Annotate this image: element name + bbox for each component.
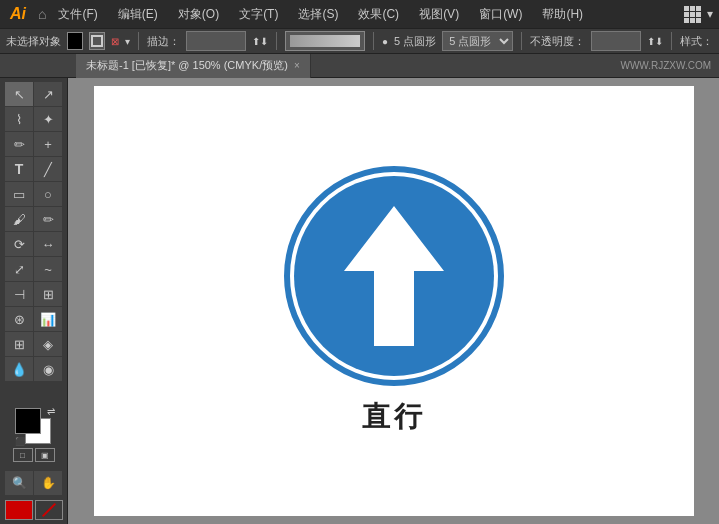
transform-icon: ⊠ — [111, 36, 119, 47]
stroke-label: 描边： — [147, 34, 180, 49]
ellipse-tool[interactable]: ○ — [34, 182, 62, 206]
magic-wand-tool[interactable]: ✦ — [34, 107, 62, 131]
rectangle-tool[interactable]: ▭ — [5, 182, 33, 206]
canvas-area: 直行 — [68, 78, 719, 524]
tool-group-mesh: ⊞ ◈ — [2, 332, 65, 356]
stroke-arrows[interactable]: ⬆⬇ — [252, 36, 268, 47]
reset-colors-icon[interactable]: ⬛ — [15, 437, 25, 446]
blend-tool[interactable]: ◉ — [34, 357, 62, 381]
sign-circle — [294, 176, 494, 376]
type-tool[interactable]: T — [5, 157, 33, 181]
none-swatch[interactable] — [35, 500, 63, 520]
separator5 — [671, 32, 672, 50]
svg-marker-0 — [344, 206, 444, 346]
rotate-tool[interactable]: ⟳ — [5, 232, 33, 256]
tool-group-zoom: 🔍 ✋ — [2, 471, 65, 495]
watermark: WWW.RJZXW.COM — [620, 60, 719, 71]
brush-select[interactable]: 5 点圆形 — [442, 31, 513, 51]
sign-arrow-svg — [329, 201, 459, 351]
foreground-color-swatch[interactable] — [15, 408, 41, 434]
document-tab[interactable]: 未标题-1 [已恢复]* @ 150% (CMYK/预览) × — [76, 54, 311, 78]
tab-title: 未标题-1 [已恢复]* @ 150% (CMYK/预览) — [86, 58, 288, 73]
no-selection-label: 未选择对象 — [6, 34, 61, 49]
menu-window[interactable]: 窗口(W) — [475, 4, 526, 25]
mode-icons: □ ▣ — [13, 448, 55, 462]
bullet-icon: ● — [382, 36, 388, 47]
menu-edit[interactable]: 编辑(E) — [114, 4, 162, 25]
tool-group-scale: ⤢ ~ — [2, 257, 65, 281]
swap-colors-icon[interactable]: ⇌ — [47, 406, 55, 417]
tool-group-width: ⊣ ⊞ — [2, 282, 65, 306]
free-transform-tool[interactable]: ⊞ — [34, 282, 62, 306]
tool-group-eyedropper: 💧 ◉ — [2, 357, 65, 381]
extra-color-icons — [5, 500, 63, 520]
stroke-input[interactable] — [186, 31, 246, 51]
add-anchor-tool[interactable]: + — [34, 132, 62, 156]
separator — [138, 32, 139, 50]
tool-group-transform: ⟳ ↔ — [2, 232, 65, 256]
red-swatch[interactable] — [5, 500, 33, 520]
paintbrush-tool[interactable]: 🖌 — [5, 207, 33, 231]
reflect-tool[interactable]: ↔ — [34, 232, 62, 256]
line-tool[interactable]: ╱ — [34, 157, 62, 181]
menu-help[interactable]: 帮助(H) — [538, 4, 587, 25]
menu-object[interactable]: 对象(O) — [174, 4, 223, 25]
chevron-icon[interactable]: ▾ — [125, 36, 130, 47]
eyedropper-tool[interactable]: 💧 — [5, 357, 33, 381]
select-tool[interactable]: ↖ — [5, 82, 33, 106]
mesh-tool[interactable]: ⊞ — [5, 332, 33, 356]
menu-type[interactable]: 文字(T) — [235, 4, 282, 25]
column-graph-tool[interactable]: 📊 — [34, 307, 62, 331]
hand-tool[interactable]: ✋ — [34, 471, 62, 495]
menu-file[interactable]: 文件(F) — [54, 4, 101, 25]
main-layout: ↖ ↗ ⌇ ✦ ✏ + T ╱ ▭ ○ 🖌 ✏ ⟳ ↔ ⤢ ~ — [0, 78, 719, 524]
home-icon[interactable]: ⌂ — [38, 6, 46, 22]
color-area: ⇌ ⬛ □ ▣ — [13, 408, 55, 466]
gradient-tool[interactable]: ◈ — [34, 332, 62, 356]
color-swatches: ⇌ ⬛ — [15, 408, 53, 446]
separator4 — [521, 32, 522, 50]
width-tool[interactable]: ⊣ — [5, 282, 33, 306]
pencil-tool[interactable]: ✏ — [34, 207, 62, 231]
tab-close-button[interactable]: × — [294, 60, 300, 71]
fill-swatch[interactable] — [67, 32, 83, 50]
tool-group-select: ↖ ↗ — [2, 82, 65, 106]
tool-group-shape: ⌇ ✦ — [2, 107, 65, 131]
warp-tool[interactable]: ~ — [34, 257, 62, 281]
separator3 — [373, 32, 374, 50]
canvas: 直行 — [94, 86, 694, 516]
left-toolbar: ↖ ↗ ⌇ ✦ ✏ + T ╱ ▭ ○ 🖌 ✏ ⟳ ↔ ⤢ ~ — [0, 78, 68, 524]
app-logo: Ai — [6, 5, 30, 23]
menu-effect[interactable]: 效果(C) — [354, 4, 403, 25]
scale-tool[interactable]: ⤢ — [5, 257, 33, 281]
symbol-tool[interactable]: ⊛ — [5, 307, 33, 331]
separator2 — [276, 32, 277, 50]
menu-bar: 文件(F) 编辑(E) 对象(O) 文字(T) 选择(S) 效果(C) 视图(V… — [54, 4, 587, 25]
zoom-tool[interactable]: 🔍 — [5, 471, 33, 495]
tool-group-paint: 🖌 ✏ — [2, 207, 65, 231]
tool-group-rect: ▭ ○ — [2, 182, 65, 206]
opacity-arrows[interactable]: ⬆⬇ — [647, 36, 663, 47]
sign-outer-ring — [284, 166, 504, 386]
title-bar: Ai ⌂ 文件(F) 编辑(E) 对象(O) 文字(T) 选择(S) 效果(C)… — [0, 0, 719, 28]
sign-label: 直行 — [362, 398, 426, 436]
view-options-icon[interactable] — [684, 6, 701, 23]
style-label: 样式： — [680, 34, 713, 49]
control-bar: 未选择对象 ⊠ ▾ 描边： ⬆⬇ ● 5 点圆形 5 点圆形 不透明度： 100… — [0, 28, 719, 54]
stroke-indicator[interactable] — [89, 32, 105, 50]
tool-group-pen: ✏ + — [2, 132, 65, 156]
opacity-input[interactable]: 100% — [591, 31, 641, 51]
tool-group-symbol: ⊛ 📊 — [2, 307, 65, 331]
chevron-down-icon[interactable]: ▾ — [707, 7, 713, 21]
grid-icon[interactable]: ▾ — [684, 6, 713, 23]
screen-mode-icon[interactable]: ▣ — [35, 448, 55, 462]
lasso-tool[interactable]: ⌇ — [5, 107, 33, 131]
sign-container: 直行 — [284, 166, 504, 436]
pen-tool[interactable]: ✏ — [5, 132, 33, 156]
gradient-preview — [285, 31, 365, 51]
menu-select[interactable]: 选择(S) — [294, 4, 342, 25]
direct-select-tool[interactable]: ↗ — [34, 82, 62, 106]
menu-view[interactable]: 视图(V) — [415, 4, 463, 25]
opacity-label: 不透明度： — [530, 34, 585, 49]
normal-mode-icon[interactable]: □ — [13, 448, 33, 462]
